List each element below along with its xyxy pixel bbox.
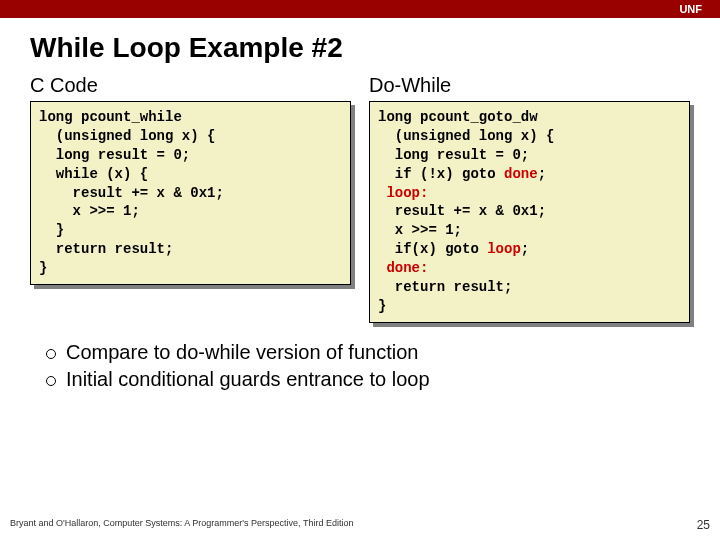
code-line: loop: (378, 184, 681, 203)
code-line: long result = 0; (39, 146, 342, 165)
code-line: long result = 0; (378, 146, 681, 165)
code-line: return result; (39, 240, 342, 259)
code-line: result += x & 0x1; (378, 202, 681, 221)
footer: Bryant and O'Hallaron, Computer Systems:… (10, 518, 710, 532)
page-number: 25 (697, 518, 710, 532)
code-line: x >>= 1; (378, 221, 681, 240)
code-line: long pcount_goto_dw (378, 108, 681, 127)
bullet-item: Initial conditional guards entrance to l… (46, 366, 690, 393)
code-text: return result; (378, 279, 512, 295)
code-line: return result; (378, 278, 681, 297)
right-heading: Do-While (369, 74, 690, 101)
code-text: } (39, 222, 64, 238)
code-line: while (x) { (39, 165, 342, 184)
code-text: (unsigned long x) { (378, 128, 554, 144)
brand-text: UNF (679, 3, 702, 15)
code-text: } (39, 260, 47, 276)
code-text: return result; (39, 241, 173, 257)
bullet-text: Compare to do-while version of function (66, 341, 418, 364)
code-line: result += x & 0x1; (39, 184, 342, 203)
right-code-wrap: long pcount_goto_dw (unsigned long x) { … (369, 101, 690, 323)
code-text: (unsigned long x) { (39, 128, 215, 144)
code-line: if(x) goto loop; (378, 240, 681, 259)
code-text: if (!x) goto (378, 166, 504, 182)
code-text: result += x & 0x1; (39, 185, 224, 201)
code-text: if(x) goto (378, 241, 487, 257)
code-keyword: loop: (386, 185, 428, 201)
code-text: } (378, 298, 386, 314)
left-heading: C Code (30, 74, 351, 101)
code-keyword: done (504, 166, 538, 182)
slide-title: While Loop Example #2 (0, 18, 720, 74)
brand-bar: UNF (0, 0, 720, 18)
left-column: C Code long pcount_while (unsigned long … (30, 74, 351, 323)
code-line: } (378, 297, 681, 316)
code-keyword: loop (487, 241, 521, 257)
left-code-wrap: long pcount_while (unsigned long x) { lo… (30, 101, 351, 285)
bullet-icon (46, 376, 56, 386)
code-text: long pcount_while (39, 109, 182, 125)
left-code: long pcount_while (unsigned long x) { lo… (30, 101, 351, 285)
right-column: Do-While long pcount_goto_dw (unsigned l… (369, 74, 690, 323)
code-line: } (39, 259, 342, 278)
code-text: x >>= 1; (39, 203, 140, 219)
code-line: } (39, 221, 342, 240)
code-text: while (x) { (39, 166, 148, 182)
code-line: long pcount_while (39, 108, 342, 127)
code-keyword: done: (386, 260, 428, 276)
code-text: long result = 0; (39, 147, 190, 163)
code-line: if (!x) goto done; (378, 165, 681, 184)
right-code: long pcount_goto_dw (unsigned long x) { … (369, 101, 690, 323)
bullet-text: Initial conditional guards entrance to l… (66, 368, 430, 391)
code-text: ; (538, 166, 546, 182)
slide: UNF While Loop Example #2 C Code long pc… (0, 0, 720, 540)
columns: C Code long pcount_while (unsigned long … (0, 74, 720, 323)
bullet-icon (46, 349, 56, 359)
code-text: ; (521, 241, 529, 257)
code-text: long pcount_goto_dw (378, 109, 538, 125)
footer-text: Bryant and O'Hallaron, Computer Systems:… (10, 518, 353, 532)
code-text: x >>= 1; (378, 222, 462, 238)
code-line: x >>= 1; (39, 202, 342, 221)
bullet-list: Compare to do-while version of functionI… (0, 323, 720, 393)
code-line: (unsigned long x) { (39, 127, 342, 146)
code-line: (unsigned long x) { (378, 127, 681, 146)
code-text: result += x & 0x1; (378, 203, 546, 219)
bullet-item: Compare to do-while version of function (46, 339, 690, 366)
code-line: done: (378, 259, 681, 278)
code-text: long result = 0; (378, 147, 529, 163)
